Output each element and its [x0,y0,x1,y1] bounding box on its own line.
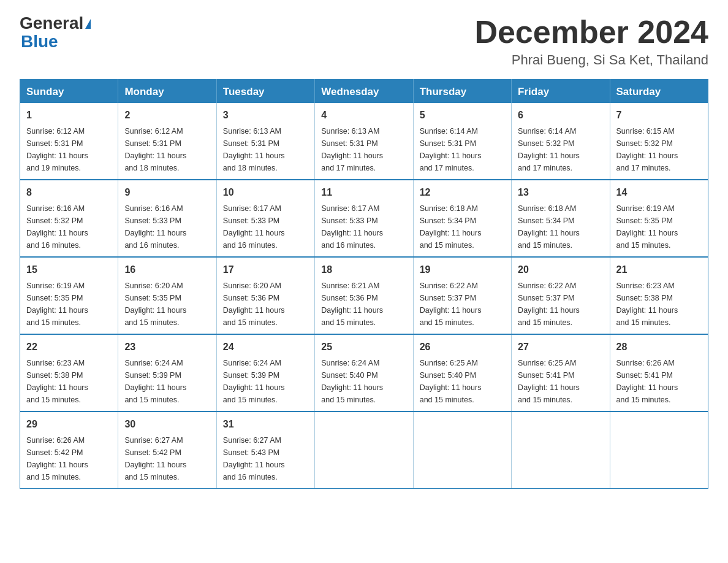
calendar-cell: 1 Sunrise: 6:12 AM Sunset: 5:31 PM Dayli… [20,103,118,180]
calendar-cell: 21 Sunrise: 6:23 AM Sunset: 5:38 PM Dayl… [610,257,708,334]
calendar-cell [512,412,610,489]
week-row-1: 1 Sunrise: 6:12 AM Sunset: 5:31 PM Dayli… [20,103,708,180]
day-number: 9 [124,185,210,200]
day-info: Sunrise: 6:26 AM Sunset: 5:41 PM Dayligh… [616,357,702,406]
header-saturday: Saturday [610,80,708,104]
day-number: 26 [420,340,505,354]
day-number: 17 [223,262,308,277]
day-number: 13 [518,185,603,200]
day-info: Sunrise: 6:22 AM Sunset: 5:37 PM Dayligh… [420,280,505,329]
day-number: 22 [26,340,112,354]
calendar-cell: 13 Sunrise: 6:18 AM Sunset: 5:34 PM Dayl… [512,180,610,257]
day-number: 18 [321,262,406,277]
month-title: December 2024 [474,15,708,50]
day-number: 28 [616,340,702,354]
day-number: 20 [518,262,603,277]
calendar-cell: 5 Sunrise: 6:14 AM Sunset: 5:31 PM Dayli… [413,103,511,180]
day-info: Sunrise: 6:19 AM Sunset: 5:35 PM Dayligh… [26,280,112,329]
calendar-cell: 14 Sunrise: 6:19 AM Sunset: 5:35 PM Dayl… [610,180,708,257]
calendar-cell: 29 Sunrise: 6:26 AM Sunset: 5:42 PM Dayl… [20,412,118,489]
calendar-cell: 19 Sunrise: 6:22 AM Sunset: 5:37 PM Dayl… [413,257,511,334]
calendar-cell: 18 Sunrise: 6:21 AM Sunset: 5:36 PM Dayl… [315,257,413,334]
day-info: Sunrise: 6:19 AM Sunset: 5:35 PM Dayligh… [616,202,702,251]
calendar-cell: 8 Sunrise: 6:16 AM Sunset: 5:32 PM Dayli… [20,180,118,257]
day-info: Sunrise: 6:23 AM Sunset: 5:38 PM Dayligh… [616,280,702,329]
calendar-cell: 28 Sunrise: 6:26 AM Sunset: 5:41 PM Dayl… [610,334,708,412]
day-info: Sunrise: 6:14 AM Sunset: 5:31 PM Dayligh… [420,125,505,174]
week-row-2: 8 Sunrise: 6:16 AM Sunset: 5:32 PM Dayli… [20,180,708,257]
day-number: 30 [124,417,210,432]
day-number: 14 [616,185,702,200]
header-sunday: Sunday [20,80,118,104]
week-row-5: 29 Sunrise: 6:26 AM Sunset: 5:42 PM Dayl… [20,412,708,489]
day-info: Sunrise: 6:24 AM Sunset: 5:39 PM Dayligh… [223,357,308,406]
day-number: 1 [26,108,112,123]
header-tuesday: Tuesday [216,80,314,104]
calendar-cell: 26 Sunrise: 6:25 AM Sunset: 5:40 PM Dayl… [413,334,511,412]
day-info: Sunrise: 6:27 AM Sunset: 5:43 PM Dayligh… [223,434,308,483]
page-header: General Blue December 2024 Phrai Bueng, … [20,15,708,68]
day-number: 15 [26,262,112,277]
calendar-cell: 11 Sunrise: 6:17 AM Sunset: 5:33 PM Dayl… [315,180,413,257]
day-info: Sunrise: 6:18 AM Sunset: 5:34 PM Dayligh… [518,202,603,251]
day-number: 11 [321,185,406,200]
day-number: 5 [420,108,505,123]
calendar-cell: 31 Sunrise: 6:27 AM Sunset: 5:43 PM Dayl… [216,412,314,489]
header-thursday: Thursday [413,80,511,104]
logo-blue-text: Blue [21,32,58,51]
calendar-cell: 24 Sunrise: 6:24 AM Sunset: 5:39 PM Dayl… [216,334,314,412]
calendar-cell: 12 Sunrise: 6:18 AM Sunset: 5:34 PM Dayl… [413,180,511,257]
calendar-cell: 23 Sunrise: 6:24 AM Sunset: 5:39 PM Dayl… [118,334,216,412]
header-monday: Monday [118,80,216,104]
calendar-cell [610,412,708,489]
day-info: Sunrise: 6:16 AM Sunset: 5:32 PM Dayligh… [26,202,112,251]
calendar-cell: 30 Sunrise: 6:27 AM Sunset: 5:42 PM Dayl… [118,412,216,489]
day-number: 23 [124,340,210,354]
day-number: 12 [420,185,505,200]
calendar-cell: 16 Sunrise: 6:20 AM Sunset: 5:35 PM Dayl… [118,257,216,334]
calendar-cell: 6 Sunrise: 6:14 AM Sunset: 5:32 PM Dayli… [512,103,610,180]
calendar-cell: 3 Sunrise: 6:13 AM Sunset: 5:31 PM Dayli… [216,103,314,180]
header-friday: Friday [512,80,610,104]
day-info: Sunrise: 6:22 AM Sunset: 5:37 PM Dayligh… [518,280,603,329]
day-number: 29 [26,417,112,432]
calendar-cell [413,412,511,489]
calendar-cell: 7 Sunrise: 6:15 AM Sunset: 5:32 PM Dayli… [610,103,708,180]
calendar-header-row: SundayMondayTuesdayWednesdayThursdayFrid… [20,80,708,104]
day-number: 21 [616,262,702,277]
logo-general-text: General [20,15,83,32]
day-number: 10 [223,185,308,200]
day-number: 27 [518,340,603,354]
day-number: 4 [321,108,406,123]
day-info: Sunrise: 6:18 AM Sunset: 5:34 PM Dayligh… [420,202,505,251]
day-number: 2 [124,108,210,123]
week-row-4: 22 Sunrise: 6:23 AM Sunset: 5:38 PM Dayl… [20,334,708,412]
calendar-cell: 20 Sunrise: 6:22 AM Sunset: 5:37 PM Dayl… [512,257,610,334]
title-section: December 2024 Phrai Bueng, Si Sa Ket, Th… [474,15,708,68]
logo-triangle-icon [85,19,91,29]
calendar-cell: 2 Sunrise: 6:12 AM Sunset: 5:31 PM Dayli… [118,103,216,180]
day-info: Sunrise: 6:24 AM Sunset: 5:39 PM Dayligh… [124,357,210,406]
logo: General Blue [20,15,91,52]
day-number: 7 [616,108,702,123]
calendar-cell: 9 Sunrise: 6:16 AM Sunset: 5:33 PM Dayli… [118,180,216,257]
calendar-cell: 17 Sunrise: 6:20 AM Sunset: 5:36 PM Dayl… [216,257,314,334]
calendar-cell: 27 Sunrise: 6:25 AM Sunset: 5:41 PM Dayl… [512,334,610,412]
day-info: Sunrise: 6:17 AM Sunset: 5:33 PM Dayligh… [223,202,308,251]
day-number: 6 [518,108,603,123]
day-info: Sunrise: 6:14 AM Sunset: 5:32 PM Dayligh… [518,125,603,174]
calendar-cell: 10 Sunrise: 6:17 AM Sunset: 5:33 PM Dayl… [216,180,314,257]
day-info: Sunrise: 6:17 AM Sunset: 5:33 PM Dayligh… [321,202,406,251]
day-info: Sunrise: 6:23 AM Sunset: 5:38 PM Dayligh… [26,357,112,406]
day-info: Sunrise: 6:12 AM Sunset: 5:31 PM Dayligh… [26,125,112,174]
day-info: Sunrise: 6:26 AM Sunset: 5:42 PM Dayligh… [26,434,112,483]
location-title: Phrai Bueng, Si Sa Ket, Thailand [474,52,708,68]
day-number: 31 [223,417,308,432]
calendar-cell: 22 Sunrise: 6:23 AM Sunset: 5:38 PM Dayl… [20,334,118,412]
day-info: Sunrise: 6:20 AM Sunset: 5:35 PM Dayligh… [124,280,210,329]
calendar-cell: 4 Sunrise: 6:13 AM Sunset: 5:31 PM Dayli… [315,103,413,180]
day-number: 19 [420,262,505,277]
day-info: Sunrise: 6:25 AM Sunset: 5:41 PM Dayligh… [518,357,603,406]
day-number: 25 [321,340,406,354]
day-info: Sunrise: 6:13 AM Sunset: 5:31 PM Dayligh… [223,125,308,174]
